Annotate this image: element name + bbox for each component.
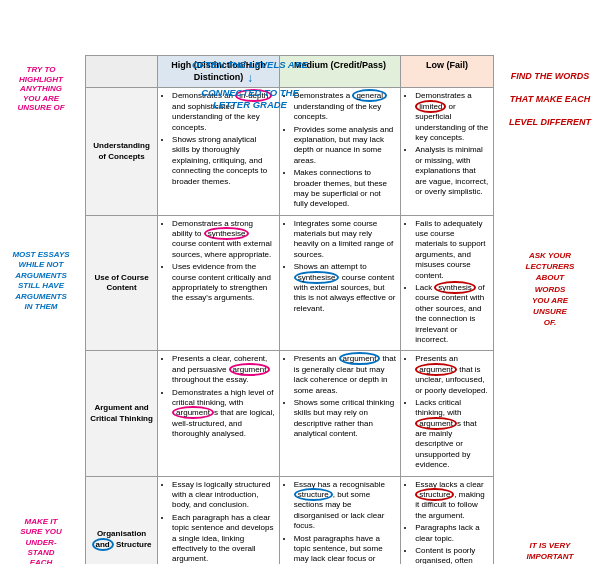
cell-criteria: Argument and Critical Thinking [86,351,158,476]
list-item: Makes connections to broader themes, but… [294,168,397,210]
list-item: Analysis is minimal or missing, with exp… [415,145,489,197]
list-item: Lacks critical thinking, with arguments … [415,398,489,471]
cell-high: Demonstrates a strong ability to synthes… [158,215,280,351]
annotation-top-center: OFTEN THE LEVELS ARE ↓ CONNECTED TO THE … [130,59,370,112]
annotation-bottom-left: MAKE IT SURE YOU UNDER- STAND EACH CRITE… [2,517,80,564]
list-item: Fails to adequately use course materials… [415,219,489,281]
list-item: Demonstrates a high level of critical th… [172,388,275,440]
table-row: Organisation and StructureEssay is logic… [86,476,494,564]
cell-medium: Integrates some course materials but may… [279,215,401,351]
cell-high: Presents a clear, coherent, and persuasi… [158,351,280,476]
main-table-wrapper: High (Distinction/High Distinction) Medi… [85,55,494,564]
list-item: Lack synthesis of course content with ot… [415,283,489,345]
cell-medium: Presents an argument that is generally c… [279,351,401,476]
list-item: Essay is logically structured with a cle… [172,480,275,511]
list-item: Uses evidence from the course content cr… [172,262,275,304]
page-wrapper: TRY TO HIGHLIGHT ANYTHING YOU ARE UNSURE… [0,55,602,564]
list-item: Demonstrates a strong ability to synthes… [172,219,275,261]
list-item: Each paragraph has a clear topic sentenc… [172,513,275,564]
annotation-top-right: FIND THE WORDS THAT MAKE EACH LEVEL DIFF… [500,59,600,129]
top-right-line2: THAT MAKE EACH [510,94,590,104]
cell-criteria: Use of Course Content [86,215,158,351]
table-row: Argument and Critical ThinkingPresents a… [86,351,494,476]
annotation-top-left: TRY TO HIGHLIGHT ANYTHING YOU ARE UNSURE… [2,65,80,113]
cell-criteria: Organisation and Structure [86,476,158,564]
header-low: Low (Fail) [401,56,494,88]
list-item: Shows strong analytical skills by thorou… [172,135,275,187]
cell-low: Fails to adequately use course materials… [401,215,494,351]
top-right-line3: LEVEL DIFFERENT [509,117,591,127]
cell-low: Demonstrates a limited or superficial un… [401,88,494,215]
annotation-right-mid: ASK YOUR LECTURERS ABOUT WORDS YOU ARE U… [500,250,600,328]
annotation-right-bottom: IT IS VERY IMPORTANT TO FOLLOW THE STRUC… [500,540,600,564]
table-row: Use of Course ContentDemonstrates a stro… [86,215,494,351]
arrow-down-icon: ↓ [247,71,253,87]
list-item: Integrates some course materials but may… [294,219,397,261]
list-item: Provides some analysis and explanation, … [294,125,397,167]
list-item: Essay lacks a clear structure, making it… [415,480,489,522]
rubric-table: High (Distinction/High Distinction) Medi… [85,55,494,564]
list-item: Shows some critical thinking skills but … [294,398,397,440]
table-body: Understanding of ConceptsDemonstrates an… [86,88,494,564]
list-item: Shows an attempt to synthesise course co… [294,262,397,314]
list-item: Essay has a recognisable structure, but … [294,480,397,532]
top-center-line1: OFTEN THE LEVELS ARE [192,59,308,70]
list-item: Presents an argument that is unclear, un… [415,354,489,396]
list-item: Presents a clear, coherent, and persuasi… [172,354,275,385]
list-item: Paragraphs lack a clear topic. [415,523,489,544]
top-right-line1: FIND THE WORDS [511,71,590,81]
list-item: Demonstrates a limited or superficial un… [415,91,489,143]
list-item: Most paragraphs have a topic sentence, b… [294,534,397,564]
cell-low: Presents an argument that is unclear, un… [401,351,494,476]
list-item: Presents an argument that is generally c… [294,354,397,396]
list-item: Content is poorly organised, often jumpi… [415,546,489,564]
annotation-mid-left: MOST ESSAYS WHILE NOT ARGUMENTS STILL HA… [2,250,80,312]
cell-low: Essay lacks a clear structure, making it… [401,476,494,564]
top-center-line3: LETTER GRADE [213,99,287,110]
top-center-line2: CONNECTED TO THE [201,87,298,98]
cell-high: Essay is logically structured with a cle… [158,476,280,564]
cell-medium: Essay has a recognisable structure, but … [279,476,401,564]
